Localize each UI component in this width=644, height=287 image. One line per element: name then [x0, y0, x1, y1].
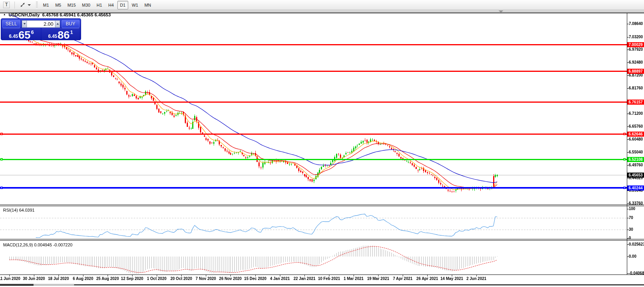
price-line-badge[interactable]: 6.62646 — [627, 132, 644, 137]
date-axis-label: 20 Oct 2020 — [170, 276, 192, 281]
sell-price-big: 65 — [18, 30, 30, 40]
date-axis-label: 10 Feb 2021 — [318, 276, 340, 281]
mt4-chart-window: T M1M5M15M30H1H4D1W1MN ▲ USDCNH,Daily 6.… — [0, 0, 644, 287]
price-axis-tick-label: 6.55040 — [629, 150, 643, 155]
volume-decrease-button[interactable] — [22, 20, 27, 28]
date-axis-label: 4 Jan 2021 — [270, 276, 290, 281]
date-axis-label: 25 Aug 2020 — [96, 276, 119, 281]
timeframe-button-M5[interactable]: M5 — [53, 1, 64, 9]
rsi-axis-tick-label: 100 — [629, 207, 635, 211]
date-axis-label: 11 Jun 2020 — [0, 276, 20, 281]
buy-price-big: 86 — [58, 30, 70, 40]
rsi-axis-tick-label: 30 — [629, 227, 633, 232]
macd-axis-tick-label: 0.00 — [629, 254, 636, 259]
price-axis-tick-label: 6.81760 — [629, 86, 643, 91]
price-axis-tick-label: 6.71200 — [629, 111, 643, 116]
rsi-indicator-label: RSI(14) 64.0391 — [3, 208, 35, 212]
ohlc-values: 6.45768 6.45941 6.45365 6.45653 — [42, 12, 111, 17]
volume-increase-button[interactable] — [55, 20, 60, 28]
macd-axis-tick-label: -0.040687 — [629, 271, 644, 276]
timeframe-button-W1[interactable]: W1 — [129, 1, 141, 9]
date-axis-label: 30 Jun 2020 — [23, 276, 45, 281]
macd-axis-tick-label: 0.025623 — [629, 242, 644, 247]
date-axis-label: 1 Mar 2021 — [343, 276, 363, 281]
date-axis-label: 14 May 2021 — [441, 276, 463, 281]
price-line-badge[interactable]: 6.88897 — [627, 69, 644, 74]
chart-top-scrollbar[interactable] — [0, 10, 644, 13]
price-axis-tick-label: 6.33760 — [629, 201, 643, 206]
chart-shift-marker-icon[interactable] — [499, 11, 503, 12]
toolbar-grip[interactable] — [36, 2, 38, 9]
price-axis-tick-label: 7.03200 — [629, 35, 643, 39]
text-label-tool-button[interactable]: T — [0, 1, 12, 9]
price-line-badge[interactable]: 6.52108 — [627, 157, 644, 162]
symbol-period-label: USDCNH,Daily — [9, 12, 40, 17]
toolbar-separator — [14, 2, 15, 9]
sell-price-display[interactable]: 6.45 65 6 — [2, 29, 41, 40]
date-axis-label: 12 Sep 2020 — [121, 276, 143, 281]
timeframe-button-M15[interactable]: M15 — [65, 1, 78, 9]
double-arrow-icon — [19, 2, 26, 8]
buy-price-prefix: 6.45 — [48, 34, 57, 39]
one-click-trading-panel: SELL BUY 6.45 65 6 6.45 86 1 — [1, 18, 81, 40]
price-axis-tick-label: 6.87200 — [629, 73, 643, 78]
timeframe-button-H4[interactable]: H4 — [106, 1, 117, 9]
price-axis-tick-label: 6.97920 — [629, 47, 643, 52]
chart-title: USDCNH,Daily 6.45768 6.45941 6.45365 6.4… — [9, 12, 111, 17]
date-axis-label: 18 Jul 2020 — [48, 276, 69, 281]
price-line-badge[interactable]: 6.76157 — [627, 100, 644, 105]
timeframe-button-H1[interactable]: H1 — [94, 1, 105, 9]
buy-price-display[interactable]: 6.45 86 1 — [42, 29, 80, 40]
date-axis-label: 2 Jun 2021 — [466, 276, 486, 281]
price-axis-tick-label: 6.60480 — [629, 137, 643, 142]
sell-price-pip: 6 — [31, 29, 34, 35]
date-axis-label: 26 Apr 2021 — [416, 276, 438, 281]
price-axis-tick-label: 6.49760 — [629, 163, 643, 168]
toolbar: T M1M5M15M30H1H4D1W1MN — [0, 0, 644, 10]
dropdown-caret-icon — [28, 4, 31, 6]
rsi-axis-tick-label: 70 — [629, 216, 633, 220]
timeframe-buttons: M1M5M15M30H1H4D1W1MN — [40, 1, 154, 9]
price-axis-tick-label: 6.65760 — [629, 124, 643, 129]
rsi-axis-tick-label: 0 — [629, 236, 631, 241]
date-axis-label: 19 Mar 2021 — [367, 276, 389, 281]
timeframe-button-MN[interactable]: MN — [142, 1, 154, 9]
caret-up-icon — [57, 23, 59, 25]
price-line-badge[interactable]: 7.00029 — [627, 42, 644, 47]
cursor-tool-button[interactable] — [17, 1, 34, 9]
subwindow-collapse-icon[interactable]: ▲ — [3, 13, 6, 16]
volume-input[interactable] — [27, 20, 55, 28]
price-axis-tick-label: 6.92480 — [629, 60, 643, 65]
date-axis-label: 6 Aug 2020 — [73, 276, 93, 281]
timeframe-button-M1[interactable]: M1 — [40, 1, 51, 9]
buy-price-pip: 1 — [70, 29, 73, 35]
sell-button[interactable]: SELL — [2, 20, 20, 28]
date-axis-label: 22 Jan 2021 — [294, 276, 315, 281]
chart-canvas[interactable] — [0, 0, 644, 287]
date-axis-label: 1 Oct 2020 — [147, 276, 166, 281]
date-axis-label: 7 Apr 2021 — [393, 276, 412, 281]
caret-down-icon — [23, 23, 26, 25]
price-axis-tick-label: 7.08640 — [629, 21, 643, 26]
timeframe-button-M30[interactable]: M30 — [79, 1, 93, 9]
text-tool-icon: T — [3, 2, 10, 8]
macd-indicator-label: MACD(12,26,9) 0.004945 -0.007220 — [3, 242, 73, 247]
current-price-badge: 6.45653 — [627, 173, 644, 178]
buy-button[interactable]: BUY — [62, 20, 80, 28]
timeframe-button-D1[interactable]: D1 — [117, 1, 128, 9]
date-axis-label: 7 Nov 2020 — [196, 276, 216, 281]
price-line-badge[interactable]: 6.40244 — [627, 185, 644, 191]
date-axis-label: 15 Dec 2020 — [244, 276, 266, 281]
date-axis-label: 26 Nov 2020 — [219, 276, 242, 281]
sell-price-prefix: 6.45 — [9, 34, 18, 39]
